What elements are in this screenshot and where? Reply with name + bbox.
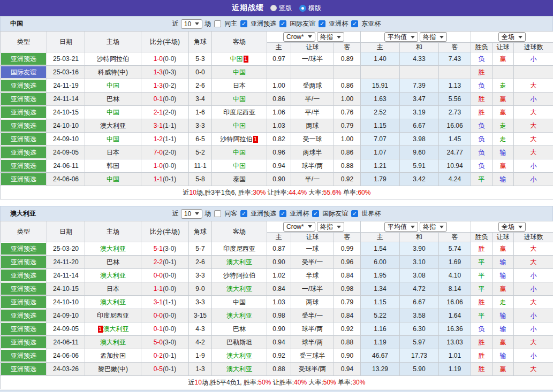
league-badge: 亚洲预选 (1, 160, 46, 172)
handicap-odds-away: 0.92 (334, 173, 361, 186)
sub-result: 胜负 (471, 233, 493, 242)
avg-draw-odds: 5.90 (400, 363, 439, 376)
match-count-select[interactable]: 10 (181, 209, 202, 219)
check-icon: ✓ (320, 21, 324, 27)
type-cell: 亚洲预选 (1, 52, 47, 66)
avg-away-odds: 1.64 (439, 309, 471, 322)
avg-away-odds: 5.74 (439, 242, 471, 256)
odds-source-select[interactable]: Crow* (283, 32, 315, 42)
match-count-select[interactable]: 10 (181, 19, 202, 29)
away-team-cell: 巴勒斯坦 (212, 336, 267, 349)
score-cell: 3-1(1-1) (141, 296, 189, 309)
result-cell: 胜 (471, 336, 493, 349)
league-checkbox[interactable]: ✓ (319, 20, 325, 27)
chevron-down-icon (411, 36, 415, 39)
corner-cell: 3-15 (189, 309, 212, 322)
layout-horizontal-option[interactable]: 横版 (299, 4, 321, 13)
goals-result-cell: 大 (514, 146, 553, 159)
home-team-cell: 巴林 (85, 256, 141, 269)
avg-time-select[interactable]: 终指 (420, 32, 447, 42)
col-home: 主场 (85, 221, 141, 242)
league-label: 东亚杯 (361, 19, 381, 28)
odds-source-select[interactable]: Crow* (283, 222, 315, 232)
radio-horizontal-icon[interactable] (299, 5, 306, 12)
date-cell: 24-09-05 (47, 146, 85, 159)
league-checkbox[interactable]: ✓ (351, 210, 358, 217)
date-cell: 24-11-19 (47, 79, 85, 93)
same-venue-checkbox[interactable] (214, 210, 221, 217)
avg-source-group: 平均值 终指 (361, 32, 471, 43)
date-cell: 24-06-11 (47, 336, 85, 349)
handicap-line: 受球半/两 (291, 363, 334, 376)
results-table: 类型日期主场比分(半场)角球客场Crow* 终指平均值 终指全场主让球客主和客胜… (0, 31, 553, 199)
type-cell: 亚洲预选 (1, 363, 47, 376)
avg-home-odds: 1.79 (361, 173, 400, 186)
sub-avg-draw: 和 (400, 233, 439, 242)
avg-source-select[interactable]: 平均值 (384, 32, 418, 42)
handicap-odds-home: 0.87 (267, 242, 291, 256)
date-cell: 24-10-15 (47, 106, 85, 119)
check-icon: ✓ (352, 21, 357, 27)
league-badge: 亚洲预选 (1, 147, 46, 158)
score-cell: 5-0(3-0) (141, 336, 189, 349)
sub-odds-home: 主 (267, 43, 291, 52)
odds-time-select[interactable]: 终指 (317, 32, 344, 42)
radio-vertical-icon[interactable] (270, 5, 277, 11)
corner-cell: 5-7 (189, 242, 212, 256)
handicap-odds-home: 1.00 (267, 79, 291, 93)
avg-away-odds: 16.36 (439, 322, 471, 336)
handicap-line: 半球 (291, 269, 334, 282)
chevron-down-icon (337, 226, 341, 228)
type-cell: 亚洲预选 (1, 106, 47, 119)
corner-cell: 1-6 (189, 106, 212, 119)
avg-source-select[interactable]: 平均值 (384, 222, 418, 232)
match-row: 亚洲预选24-10-10澳大利亚3-1(1-1)3-3中国1.03两球0.791… (1, 119, 553, 133)
match-row: 亚洲预选24-06-11澳大利亚5-0(3-0)4-2巴勒斯坦0.94球半/两0… (1, 336, 553, 349)
handicap-odds-home: 0.84 (267, 282, 291, 296)
date-cell: 24-09-10 (47, 133, 85, 146)
avg-time-select[interactable]: 终指 (420, 222, 447, 232)
handicap-odds-home: 0.98 (267, 309, 291, 322)
match-row: 亚洲预选24-10-10澳大利亚3-1(1-1)3-3中国1.03两球0.791… (1, 296, 553, 309)
unit-label: 场 (204, 209, 211, 218)
match-row: 亚洲预选24-10-15中国2-1(2-0)1-6印度尼西亚1.06平/半0.7… (1, 106, 553, 119)
scope-select[interactable]: 全场 (498, 222, 526, 232)
scope-select[interactable]: 全场 (498, 32, 526, 42)
handicap-odds-home: 0.86 (267, 93, 291, 106)
date-cell: 24-11-14 (47, 93, 85, 106)
odds-source-group: Crow* 终指 (267, 32, 361, 43)
result-cell: 负 (471, 159, 493, 173)
type-cell: 亚洲预选 (1, 159, 47, 173)
league-checkbox[interactable]: ✓ (279, 210, 286, 217)
fulltime-score: 2-1 (154, 109, 163, 116)
avg-home-odds: 5.22 (361, 309, 400, 322)
league-checkbox[interactable]: ✓ (240, 20, 247, 27)
corner-cell: 11-1 (189, 159, 212, 173)
radio-vertical-label: 竖版 (279, 4, 292, 13)
match-row: 亚洲预选25-03-20澳大利亚5-1(3-0)5-7印度尼西亚0.87一球0.… (1, 242, 553, 256)
goals-result-cell: 小 (514, 322, 553, 336)
type-cell: 亚洲预选 (1, 269, 47, 282)
halftime-score: (0-0) (163, 272, 176, 279)
away-team-cell: 印度尼西亚 (212, 106, 267, 119)
same-venue-checkbox[interactable] (214, 20, 221, 27)
league-checkbox[interactable]: ✓ (240, 210, 247, 217)
unit-label: 场 (204, 19, 211, 28)
handicap-odds-away: 0.94 (334, 363, 361, 376)
date-cell: 24-10-10 (47, 119, 85, 133)
league-badge: 亚洲预选 (1, 336, 46, 348)
avg-home-odds: 1.21 (361, 159, 400, 173)
league-checkbox[interactable]: ✓ (279, 20, 286, 27)
league-badge: 亚洲预选 (1, 283, 46, 295)
col-corner: 角球 (189, 32, 212, 52)
avg-home-odds: 1.34 (361, 282, 400, 296)
avg-away-odds: 16.06 (439, 119, 471, 133)
home-team-name: 中国 (107, 82, 119, 89)
league-checkbox[interactable]: ✓ (351, 20, 358, 27)
match-row: 亚洲预选24-11-20巴林2-2(0-1)2-6澳大利亚0.90受半/一0.9… (1, 256, 553, 269)
layout-vertical-option[interactable]: 竖版 (270, 4, 292, 13)
odds-time-select[interactable]: 终指 (317, 222, 344, 232)
avg-home-odds: 1.19 (361, 336, 400, 349)
league-checkbox[interactable]: ✓ (312, 210, 319, 217)
date-cell: 25-03-20 (47, 242, 85, 256)
